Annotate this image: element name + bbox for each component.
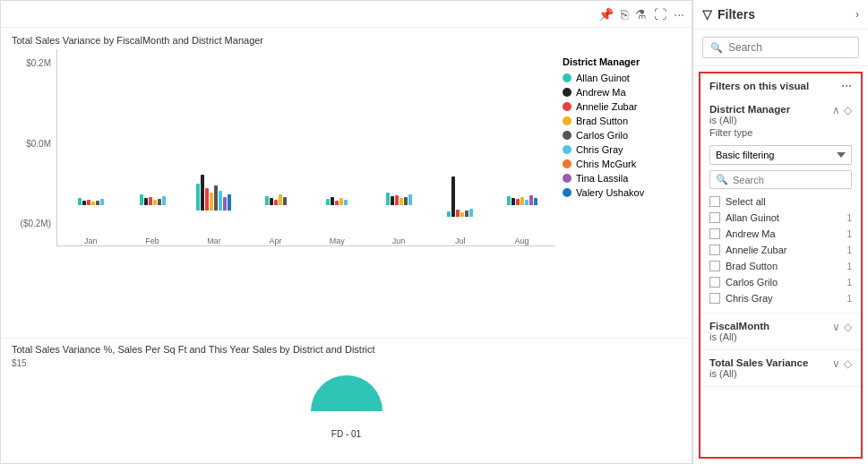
filter-item-label-4: Carlos Grilo (726, 277, 841, 288)
filter-item-label-3: Brad Sutton (726, 261, 841, 271)
month-mar: Mar (185, 49, 245, 245)
bottom-chart-area: Total Sales Variance %, Sales Per Sq Ft … (1, 338, 692, 463)
legend-item-8: Valery Ushakov (563, 187, 674, 198)
filter-section-ts-icons: ∨ ◇ (832, 357, 852, 370)
filter-panel-title: Filters (718, 7, 755, 21)
filter-type-label: Filter type (709, 127, 852, 138)
filter-checkbox-1[interactable] (709, 228, 720, 239)
filter-section-dm-icons: ∧ ◇ (832, 104, 852, 116)
legend-item-0: Allan Guinot (563, 73, 674, 83)
bar-cluster-mar (185, 49, 245, 235)
dm-eraser-icon[interactable]: ◇ (844, 104, 852, 116)
search-magnify-icon: 🔍 (710, 42, 723, 54)
filter-item-label-0: Allan Guinot (726, 212, 841, 223)
copy-icon[interactable]: ⎘ (621, 7, 628, 21)
filter-header-left: ▽ Filters (702, 7, 755, 21)
filter-item-count-4: 1 (847, 278, 852, 288)
filter-checkbox-2[interactable] (709, 245, 720, 255)
filter-section-dm-title: District Manager (709, 104, 790, 115)
month-feb: Feb (123, 49, 183, 245)
month-label-jul: Jul (455, 235, 466, 245)
filter-section-fm-title: FiscalMonth (709, 321, 769, 331)
month-label-may: May (330, 235, 345, 245)
month-label-feb: Feb (145, 235, 159, 245)
month-label-jun: Jun (392, 235, 406, 245)
legend-label-5: Chris Gray (576, 144, 623, 155)
ts-eraser-icon[interactable]: ◇ (844, 357, 852, 370)
filter-section-dm-header: District Manager is (All) ∧ ◇ (709, 104, 852, 125)
bar-cluster-apr (245, 49, 305, 235)
legend-item-2: Annelie Zubar (563, 101, 674, 112)
dm-search-icon: 🔍 (716, 174, 728, 185)
bar-cluster-may (307, 49, 367, 235)
expand-icon[interactable]: ⛶ (654, 7, 666, 21)
filter-section-fm-value: is (All) (709, 331, 769, 342)
legend-label-2: Annelie Zubar (576, 101, 638, 112)
filter-search-input[interactable] (728, 41, 851, 54)
filter-item-5: Chris Gray 1 (709, 291, 852, 305)
ts-chevron-down-icon[interactable]: ∨ (832, 357, 840, 370)
legend-dot-4 (563, 131, 572, 140)
filter-item-count-1: 1 (847, 229, 852, 239)
chart-bars: Jan Feb (57, 49, 555, 245)
legend-label-6: Chris McGurk (576, 159, 636, 169)
filter-section-fm-icons: ∨ ◇ (832, 321, 852, 333)
filter-funnel-icon: ▽ (702, 7, 712, 21)
y-label-top: $0.2M (12, 58, 51, 68)
legend-dot-5 (563, 145, 572, 154)
bar-cluster-jul (431, 49, 491, 235)
legend-label-7: Tina Lassila (576, 173, 628, 184)
filter-icon[interactable]: ⚗ (635, 7, 647, 21)
filters-on-visual-text: Filters on this visual (709, 81, 809, 91)
filter-section-fm-header: FiscalMonth is (All) ∨ ◇ (709, 321, 852, 342)
filter-item-count-2: 1 (847, 245, 852, 255)
filter-checkbox-4[interactable] (709, 277, 720, 288)
filter-panel-chevron-icon[interactable]: › (855, 8, 859, 21)
filter-item-1: Andrew Ma 1 (709, 227, 852, 241)
filter-section-dm-value: is (All) (709, 115, 790, 125)
filter-item-label-5: Chris Gray (726, 293, 841, 304)
month-may: May (307, 49, 367, 245)
month-label-jan: Jan (84, 235, 98, 245)
filter-dm-search-input[interactable] (733, 175, 846, 185)
legend-item-7: Tina Lassila (563, 173, 674, 184)
more-icon[interactable]: ··· (674, 7, 684, 21)
top-toolbar: 📌 ⎘ ⚗ ⛶ ··· (1, 1, 692, 28)
filter-checkbox-5[interactable] (709, 293, 720, 304)
legend-dot-1 (563, 88, 572, 97)
filter-item-0: Allan Guinot 1 (709, 211, 852, 225)
month-apr: Apr (245, 49, 305, 245)
filter-item-count-3: 1 (847, 262, 852, 271)
fm-chevron-down-icon[interactable]: ∨ (832, 321, 840, 333)
month-label-apr: Apr (270, 235, 282, 245)
legend-dot-7 (563, 174, 572, 183)
legend-dot-6 (563, 159, 572, 168)
legend-item-3: Brad Sutton (563, 116, 674, 126)
filters-on-visual-more-icon[interactable]: ··· (841, 79, 852, 93)
top-chart-title: Total Sales Variance by FiscalMonth and … (12, 35, 681, 46)
fm-eraser-icon[interactable]: ◇ (844, 321, 852, 333)
bottom-y-label: $15 (12, 358, 27, 368)
filter-checkbox-3[interactable] (709, 261, 720, 271)
top-chart-area: Total Sales Variance by FiscalMonth and … (1, 28, 692, 338)
filter-search-section: 🔍 (693, 30, 868, 66)
filter-section-fm-title-group: FiscalMonth is (All) (709, 321, 769, 342)
month-label-aug: Aug (515, 235, 529, 245)
filter-section-ts-header: Total Sales Variance is (All) ∨ ◇ (709, 357, 852, 379)
filter-section-district-manager: District Manager is (All) ∧ ◇ Filter typ… (700, 97, 861, 314)
filter-panel-header: ▽ Filters › (693, 0, 868, 30)
dm-chevron-up-icon[interactable]: ∧ (832, 104, 840, 116)
fd-label: FD - 01 (331, 429, 361, 439)
y-label-mid: $0.0M (12, 139, 51, 149)
bar-cluster-jan (61, 49, 121, 235)
filter-item-2: Annelie Zubar 1 (709, 243, 852, 257)
chart-plot: Jan Feb (56, 49, 555, 246)
filter-checkbox-0[interactable] (709, 212, 720, 223)
filter-type-select[interactable]: Basic filtering Advanced filtering Top N (709, 145, 852, 165)
pin-icon[interactable]: 📌 (598, 7, 614, 21)
filter-item-4: Carlos Grilo 1 (709, 275, 852, 289)
bottom-chart-title: Total Sales Variance %, Sales Per Sq Ft … (12, 344, 681, 355)
filter-checkbox-select-all[interactable] (709, 196, 720, 207)
filters-on-visual-section: Filters on this visual ··· District Mana… (699, 72, 863, 459)
semi-circle-shape (311, 375, 382, 411)
